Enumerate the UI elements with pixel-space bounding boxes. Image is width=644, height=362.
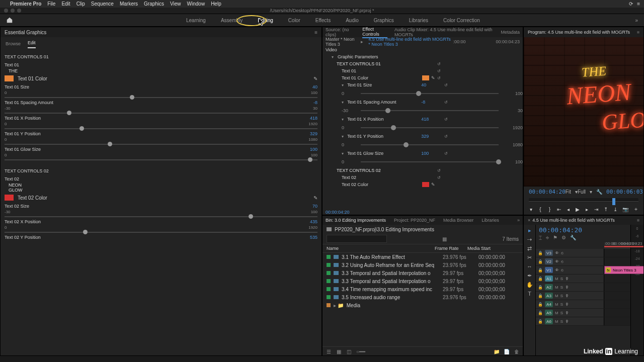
col-framerate[interactable]: Frame Rate [435, 246, 467, 251]
eg-color01-swatch[interactable] [5, 75, 14, 81]
menu-markers[interactable]: Markers [120, 1, 138, 7]
track-a3[interactable]: 🔒A3MS🎙 [536, 292, 630, 300]
twirl-icon[interactable]: ▾ [342, 83, 345, 87]
solo-icon[interactable]: S [560, 294, 563, 298]
col-name[interactable]: Name [327, 246, 435, 251]
proj-tab-bin[interactable]: Bin: 3.0 Editing Improvements [326, 218, 386, 223]
timeline-timecode[interactable]: 00:00:04:20 [539, 226, 627, 234]
go-to-in-icon[interactable]: ⇤ [557, 206, 561, 213]
text01-glow-slider[interactable] [361, 161, 499, 162]
mark-in-icon[interactable]: { [538, 206, 543, 213]
list-item[interactable]: ▸ 📁Media [323, 301, 523, 309]
eg-size01-value[interactable]: 40 [312, 84, 317, 89]
add-marker-icon[interactable]: ▾ [529, 206, 533, 213]
new-item-icon[interactable]: 📄 [504, 349, 510, 355]
lock-icon[interactable]: 🔒 [538, 294, 543, 298]
eg-glow01-value[interactable]: 100 [310, 147, 317, 152]
track-a1[interactable]: 🔒A1MS🎙 [536, 275, 630, 283]
track-badge[interactable]: A5 [545, 310, 553, 316]
ws-graphics[interactable]: Graphics [372, 16, 396, 25]
ec-text01-color-swatch[interactable] [422, 75, 429, 80]
proj-tab-project[interactable]: Project: PP2020_NF [394, 218, 435, 223]
track-v1[interactable]: 🔒V1👁⎋fxNeon Titles 3 [536, 266, 630, 275]
razor-tool-icon[interactable]: ✂ [526, 254, 533, 261]
twirl-icon[interactable]: ▾ [342, 134, 345, 139]
keyframe-reset-icon[interactable]: ↺ [444, 117, 448, 122]
eg-glow01-slider[interactable] [5, 159, 317, 160]
panel-menu-icon[interactable]: ≡ [637, 30, 639, 35]
zoom-slider[interactable]: ○━━ [358, 349, 364, 355]
go-to-out-icon[interactable]: ⇥ [594, 206, 599, 213]
mute-icon[interactable]: M [555, 285, 558, 290]
program-full-dropdown[interactable]: Full [578, 189, 586, 195]
lock-icon[interactable]: 🔒 [538, 277, 543, 281]
new-bin-icon[interactable]: 📁 [494, 349, 500, 355]
ws-effects[interactable]: Effects [313, 16, 333, 25]
app-name[interactable]: Premiere Pro [10, 1, 41, 7]
eg-spacing01-value[interactable]: -8 [313, 100, 317, 105]
settings-icon[interactable]: ⚙ [561, 235, 566, 240]
wrench-icon[interactable]: 🔧 [596, 189, 602, 195]
list-item[interactable]: 3.4 Time remapping maximum speed inc29.9… [323, 285, 523, 293]
twirl-icon[interactable]: ▾ [342, 151, 345, 156]
eg-tab-edit[interactable]: Edit [28, 40, 36, 48]
keyframe-reset-icon[interactable]: ↺ [437, 62, 441, 66]
export-frame-icon[interactable]: 📷 [622, 206, 628, 213]
track-a5[interactable]: 🔒A5MS🎙 [536, 309, 630, 317]
ws-learning[interactable]: Learning [184, 16, 208, 25]
eyedropper-icon[interactable]: ✎ [313, 76, 317, 81]
track-badge[interactable]: A4 [545, 301, 553, 307]
program-tc-current[interactable]: 00:00:04:20 [529, 189, 566, 195]
list-view-icon[interactable]: ☰ [326, 349, 332, 355]
eg-size02-slider[interactable] [5, 216, 317, 217]
ec-text02-color-swatch[interactable] [422, 182, 429, 187]
ws-color[interactable]: Color [286, 16, 302, 25]
track-v2[interactable]: 🔒V2👁⎋ [536, 257, 630, 266]
marker-icon[interactable]: ⚑ [553, 235, 557, 240]
play-icon[interactable]: ▶ [576, 206, 580, 213]
solo-icon[interactable]: S [560, 302, 563, 307]
proj-filter-icon[interactable]: ▦ [442, 236, 447, 242]
twirl-icon[interactable]: ▾ [342, 117, 345, 122]
work-area-bar[interactable] [604, 246, 644, 247]
track-badge[interactable]: V2 [545, 258, 553, 264]
wrench-icon[interactable]: 🔧 [570, 235, 576, 240]
ec-text01-xpos-value[interactable]: 418 [421, 117, 444, 122]
mark-out-icon[interactable]: } [547, 206, 552, 213]
ripple-tool-icon[interactable]: ⇄ [526, 245, 533, 252]
eyedropper-icon[interactable]: ✎ [313, 195, 317, 201]
program-scrub-bar[interactable] [529, 198, 638, 203]
proj-overflow-icon[interactable]: » [517, 218, 520, 223]
voice-icon[interactable]: 🎙 [565, 311, 569, 315]
solo-icon[interactable]: S [560, 319, 563, 324]
voice-icon[interactable]: 🎙 [565, 302, 569, 307]
ec-text01-spacing-value[interactable]: -8 [421, 100, 444, 105]
menu-sequence[interactable]: Sequence [91, 1, 114, 7]
step-back-icon[interactable]: ◂ [566, 206, 571, 213]
ec-text01-glow-value[interactable]: 100 [421, 151, 444, 156]
menu-edit[interactable]: Edit [61, 1, 70, 7]
solo-icon[interactable]: S [560, 277, 563, 281]
list-item[interactable]: 3.2 Using Auto Reframe for an Entire Seq… [323, 261, 523, 269]
track-badge[interactable]: V1 [545, 267, 553, 273]
ec-graphic-params[interactable]: Graphic Parameters [338, 54, 378, 59]
eyedropper-icon[interactable]: ✎ [431, 75, 435, 80]
track-badge[interactable]: A6 [545, 318, 553, 324]
panel-menu-icon[interactable]: ≡ [314, 30, 317, 35]
lock-icon[interactable]: 🔒 [538, 311, 543, 315]
snap-icon[interactable]: ⌶ [539, 235, 542, 240]
ws-colorcorrection[interactable]: Color Correction [441, 16, 482, 25]
eg-size02-value[interactable]: 70 [312, 204, 317, 209]
close-dot[interactable] [4, 9, 8, 13]
text01-xpos-slider[interactable] [361, 127, 499, 128]
text01-size-slider[interactable] [361, 93, 499, 94]
zoom-dot[interactable] [17, 9, 21, 13]
eyedropper-icon[interactable]: ✎ [431, 182, 435, 187]
program-canvas[interactable]: THE NEON GLOW [524, 37, 643, 187]
program-fit-dropdown[interactable]: Fit [566, 189, 571, 195]
mute-icon[interactable]: M [555, 302, 558, 307]
ws-audio[interactable]: Audio [344, 16, 361, 25]
menu-help[interactable]: Help [211, 1, 221, 7]
keyframe-reset-icon[interactable]: ↺ [444, 83, 448, 87]
minimize-dot[interactable] [11, 9, 15, 13]
